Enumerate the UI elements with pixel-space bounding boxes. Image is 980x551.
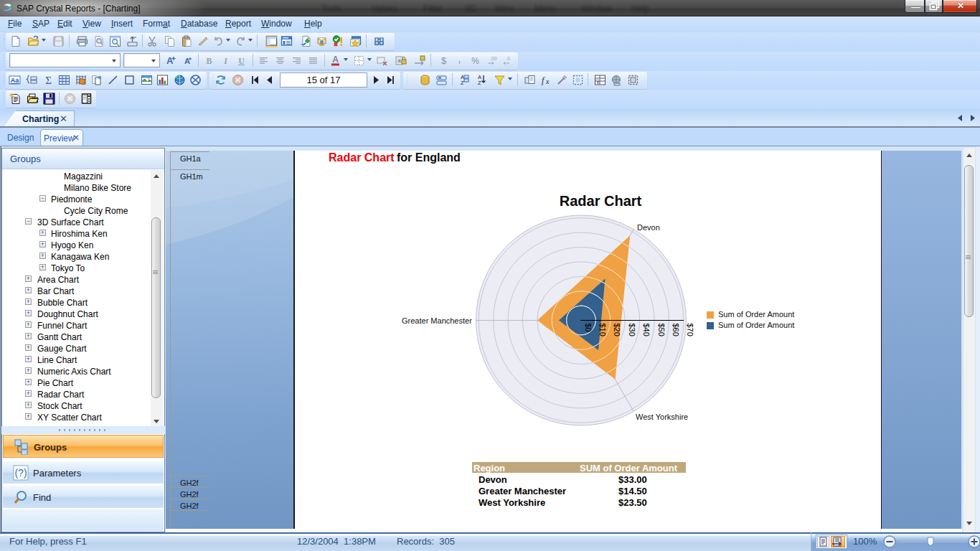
- svg-text:$10: $10: [598, 324, 607, 336]
- svg-text:$50: $50: [657, 324, 666, 336]
- svg-text:I: I: [223, 56, 228, 66]
- svg-text:B: B: [206, 56, 212, 66]
- svg-text:A: A: [332, 55, 339, 65]
- svg-text:Σ: Σ: [45, 75, 52, 86]
- svg-text:.00: .00: [490, 56, 497, 61]
- svg-text:a: a: [397, 57, 401, 64]
- svg-text:A: A: [166, 55, 174, 66]
- svg-text:$60: $60: [672, 324, 680, 336]
- svg-text:x: x: [545, 77, 550, 85]
- svg-text:$0: $0: [584, 324, 593, 332]
- svg-text:Aa: Aa: [11, 77, 19, 84]
- svg-text:f: f: [542, 75, 545, 85]
- svg-text:$20: $20: [613, 324, 621, 336]
- svg-text:,: ,: [458, 55, 461, 65]
- svg-text:8: 8: [597, 80, 599, 85]
- svg-text:$30: $30: [628, 324, 636, 336]
- svg-text:%: %: [471, 56, 479, 66]
- svg-text:$40: $40: [642, 324, 651, 336]
- svg-text:A: A: [184, 57, 190, 65]
- svg-text:(?): (?): [14, 467, 27, 479]
- svg-text:Z: Z: [461, 80, 464, 86]
- svg-text:.0: .0: [506, 56, 510, 61]
- svg-text:$70: $70: [686, 324, 694, 336]
- svg-text:$: $: [441, 55, 447, 66]
- svg-text:Z: Z: [478, 80, 481, 86]
